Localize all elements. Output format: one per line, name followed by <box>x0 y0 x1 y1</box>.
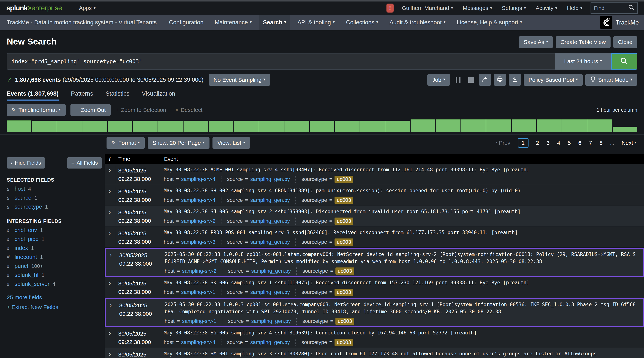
export-button[interactable] <box>509 74 521 86</box>
timeline-bar[interactable] <box>133 121 158 132</box>
expand-event-icon[interactable]: › <box>106 251 116 275</box>
search-icon[interactable] <box>628 5 634 12</box>
alert-badge-icon[interactable]: ! <box>386 4 394 13</box>
time-range-picker[interactable]: Last 24 hours <box>555 53 611 70</box>
timeline-bar[interactable] <box>259 121 284 132</box>
event-source-value[interactable]: sampling_gen.py <box>250 289 290 295</box>
page-8-button[interactable]: 8 <box>600 140 603 146</box>
expand-event-icon[interactable]: › <box>105 208 115 225</box>
field-linecount[interactable]: #linecount1 <box>7 254 105 260</box>
timeline-bar[interactable] <box>108 121 132 132</box>
tab-patterns[interactable]: Patterns <box>71 90 93 101</box>
field-cribl-env[interactable]: acribl_env1 <box>7 227 105 233</box>
menu-activity[interactable]: Activity <box>536 5 557 11</box>
zoom-out-button[interactable]: −Zoom Out <box>70 104 111 116</box>
field-host[interactable]: ahost4 <box>7 186 105 192</box>
event-host-value[interactable]: sampling-srv-4 <box>181 176 216 182</box>
menu-help[interactable]: Help <box>567 5 582 11</box>
expand-event-icon[interactable]: › <box>105 350 115 358</box>
timeline-bar[interactable] <box>184 121 208 132</box>
page-4-button[interactable]: 4 <box>557 140 560 146</box>
event-source-value[interactable]: sampling_gen.py <box>250 197 290 203</box>
nav-item-audit-troubleshoot[interactable]: Audit & troubleshoot <box>390 15 446 30</box>
per-page-button[interactable]: Show: 20 Per Page <box>148 137 210 149</box>
expand-event-icon[interactable]: › <box>105 329 115 346</box>
search-query-input[interactable]: index="prd5_sampling" sourcetype="uc003" <box>7 53 555 70</box>
field-index[interactable]: aindex1 <box>7 245 105 251</box>
menu-guilhem-marchand[interactable]: Guilhem Marchand <box>402 5 453 11</box>
event-sourcetype-value[interactable]: uc003 <box>334 218 353 225</box>
event-source-value[interactable]: sampling_gen.py <box>250 176 290 182</box>
timeline-bar[interactable] <box>32 121 57 132</box>
expand-event-icon[interactable]: › <box>105 187 115 204</box>
menu-messages[interactable]: Messages <box>463 5 492 11</box>
all-fields-button[interactable]: ≡All Fields <box>67 157 102 169</box>
tab-visualization[interactable]: Visualization <box>142 90 175 101</box>
field-cribl-pipe[interactable]: acribl_pipe1 <box>7 236 105 242</box>
more-fields-link[interactable]: 25 more fields <box>7 294 105 300</box>
event-source-value[interactable]: sampling_gen.py <box>250 218 290 224</box>
timeline-bar[interactable] <box>82 121 107 132</box>
hide-fields-button[interactable]: ‹Hide Fields <box>7 157 45 169</box>
field-punct[interactable]: apunct100+ <box>7 263 105 269</box>
event-sourcetype-value[interactable]: uc003 <box>334 289 353 296</box>
timeline-bar[interactable] <box>209 121 234 132</box>
timeline-bar[interactable] <box>436 119 460 132</box>
menu-settings[interactable]: Settings <box>502 5 526 11</box>
find-input[interactable]: Find <box>590 3 638 14</box>
print-button[interactable] <box>494 74 506 86</box>
field-source[interactable]: asource1 <box>7 195 105 201</box>
timeline-bar[interactable] <box>310 121 334 132</box>
timeline-bar[interactable] <box>410 119 435 132</box>
timeline-bar[interactable] <box>284 121 309 132</box>
timeline-bar[interactable] <box>461 119 486 132</box>
event-sourcetype-value[interactable]: uc003 <box>336 267 354 275</box>
expand-event-icon[interactable]: › <box>105 279 115 296</box>
tab-statistics[interactable]: Statistics <box>106 90 130 101</box>
field-splunk-server[interactable]: asplunk_server4 <box>7 281 105 287</box>
extract-new-fields-link[interactable]: + Extract New Fields <box>7 304 105 310</box>
app-title[interactable]: TrackMe - Data in motion tracking system… <box>7 19 156 26</box>
page-7-button[interactable]: 7 <box>589 140 592 146</box>
event-host-value[interactable]: sampling-srv-1 <box>182 318 216 324</box>
expand-event-icon[interactable]: › <box>105 166 115 183</box>
timeline-bar[interactable] <box>512 119 536 132</box>
timeline-bar[interactable] <box>612 127 637 132</box>
timeline-bar[interactable] <box>587 119 612 132</box>
format-button[interactable]: ✎Format <box>106 137 145 149</box>
nav-item-maintenance[interactable]: Maintenance <box>215 15 252 30</box>
save-as-button[interactable]: Save As <box>519 36 553 48</box>
timeline-bar[interactable] <box>7 120 32 132</box>
menu-apps[interactable]: Apps <box>79 5 96 11</box>
page-1-button[interactable]: 1 <box>518 138 528 148</box>
event-sourcetype-value[interactable]: uc003 <box>334 176 353 183</box>
nav-item-license-help-support[interactable]: License, Help & support <box>457 15 522 30</box>
event-source-value[interactable]: sampling_gen.py <box>250 339 290 345</box>
splunk-logo[interactable]: splunk>enterprise <box>6 4 62 12</box>
event-sourcetype-value[interactable]: uc003 <box>334 197 353 204</box>
event-source-value[interactable]: sampling_gen.py <box>251 318 291 324</box>
timeline-bar[interactable] <box>158 121 183 132</box>
event-host-value[interactable]: sampling-srv-4 <box>181 339 216 345</box>
nav-item-collections[interactable]: Collections <box>346 15 378 30</box>
timeline-bar[interactable] <box>385 121 410 132</box>
event-sampling-button[interactable]: No Event Sampling <box>209 74 270 86</box>
page-2-button[interactable]: 2 <box>536 140 539 146</box>
event-sourcetype-value[interactable]: uc003 <box>334 238 353 246</box>
event-host-value[interactable]: sampling-srv-4 <box>181 197 216 203</box>
timeline-bar[interactable] <box>234 121 259 132</box>
field-sourcetype[interactable]: asourcetype1 <box>7 203 105 210</box>
page-5-button[interactable]: 5 <box>568 140 571 146</box>
view-button[interactable]: View: List <box>212 137 250 149</box>
timeline-format-button[interactable]: ✎Timeline format <box>7 104 66 116</box>
expand-event-icon[interactable]: › <box>106 301 116 325</box>
page-3-button[interactable]: 3 <box>546 140 550 146</box>
close-button[interactable]: Close <box>613 36 637 48</box>
job-menu-button[interactable]: Job <box>428 74 450 86</box>
tab-events-1-807-698[interactable]: Events (1,807,698) <box>7 90 59 101</box>
expand-event-icon[interactable]: › <box>105 229 115 246</box>
event-sourcetype-value[interactable]: uc003 <box>334 339 353 346</box>
event-host-value[interactable]: sampling-srv-3 <box>181 239 216 245</box>
timeline-bar[interactable] <box>57 121 82 132</box>
timeline-bar[interactable] <box>360 121 385 132</box>
